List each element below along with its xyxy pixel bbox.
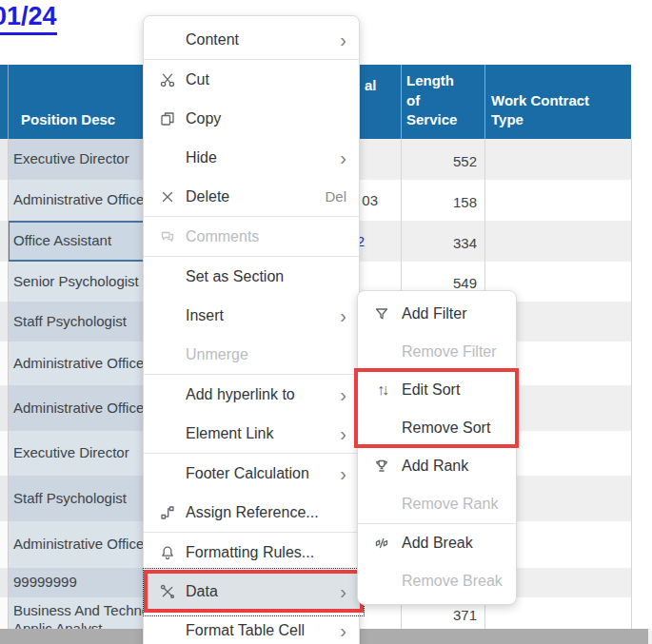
menu-item-hide[interactable]: Hide›: [144, 138, 359, 177]
chevron-right-icon: ›: [340, 424, 346, 443]
menu-item-label: Cut: [186, 71, 359, 88]
row-edge-cell[interactable]: [0, 385, 8, 431]
work-contract-type-cell[interactable]: [484, 221, 631, 262]
menu-item-cut[interactable]: Cut: [144, 60, 359, 99]
menu-item-insert[interactable]: Insert›: [144, 296, 359, 335]
menu-item-label: Unmerge: [186, 346, 359, 363]
menu-item-label: Element Link: [186, 425, 340, 442]
menu-item-add-rank[interactable]: Add Rank: [358, 447, 516, 485]
menu-item-label: Data: [186, 583, 340, 600]
column-header-label: Work Contract Type: [491, 91, 610, 130]
comments-icon: [155, 228, 180, 245]
chevron-right-icon: ›: [340, 148, 346, 167]
row-edge-cell[interactable]: [0, 302, 8, 342]
menu-item-content[interactable]: Content›: [144, 20, 359, 59]
column-header-label: Position Desc: [21, 110, 115, 129]
menu-item-formatting-rules[interactable]: Formatting Rules...: [144, 533, 359, 572]
menu-item-label: Add Break: [402, 535, 516, 552]
menu-item-label: Content: [186, 31, 340, 49]
date-link[interactable]: 01/24: [0, 2, 57, 35]
reference-icon: [155, 504, 180, 521]
row-edge-cell[interactable]: [0, 221, 8, 262]
break-icon: [367, 535, 396, 552]
row-edge-cell[interactable]: [0, 262, 8, 302]
menu-item-add-hyperlink-to[interactable]: Add hyperlink to›: [144, 375, 359, 414]
menu-item-label: Remove Rank: [402, 496, 516, 513]
work-contract-type-cell[interactable]: [484, 139, 631, 180]
row-edge-cell[interactable]: [0, 431, 8, 476]
menu-item-label: Add hyperlink to: [186, 386, 340, 403]
chevron-right-icon: ›: [340, 385, 346, 404]
row-edge-cell[interactable]: [0, 342, 8, 385]
header-divider: [484, 65, 485, 139]
menu-item-label: Formatting Rules...: [186, 544, 359, 561]
row-edge-cell[interactable]: [0, 521, 8, 568]
bell-icon: [155, 544, 180, 561]
menu-item-label: Delete: [186, 188, 325, 205]
menu-item-footer-calculation[interactable]: Footer Calculation›: [144, 454, 359, 493]
menu-item-remove-filter: Remove Filter: [358, 333, 516, 371]
data-submenu: Add FilterRemove Filter↑↓Edit SortRemove…: [357, 290, 517, 605]
header-divider: [401, 65, 402, 139]
menu-item-label: Remove Break: [402, 573, 516, 590]
trophy-icon: [367, 458, 396, 475]
scissors-icon: [155, 71, 180, 88]
copy-icon: [155, 110, 180, 127]
row-edge-cell[interactable]: [0, 476, 8, 521]
menu-item-label: Assign Reference...: [186, 504, 359, 521]
row-edge-cell[interactable]: [0, 139, 8, 180]
menu-item-label: Format Table Cell: [186, 622, 340, 639]
menu-item-format-table-cell[interactable]: Format Table Cell›: [144, 611, 359, 644]
filter-icon: [367, 305, 396, 322]
menu-item-remove-sort[interactable]: Remove Sort: [358, 409, 516, 447]
menu-item-label: Add Rank: [402, 458, 516, 475]
menu-item-comments: Comments: [144, 217, 359, 256]
menu-item-delete[interactable]: DeleteDel: [144, 177, 359, 216]
menu-item-label: Insert: [186, 307, 340, 324]
row-edge-cell[interactable]: [0, 180, 8, 221]
length-of-service-cell[interactable]: 552: [401, 139, 484, 180]
work-contract-type-cell[interactable]: [484, 180, 631, 221]
chevron-right-icon: ›: [340, 30, 346, 49]
menu-item-label: Edit Sort: [402, 381, 516, 399]
menu-item-assign-reference[interactable]: Assign Reference...: [144, 493, 359, 532]
sort-icon: ↑↓: [367, 381, 396, 399]
length-of-service-cell[interactable]: 158: [401, 180, 484, 221]
menu-item-label: Copy: [186, 110, 359, 127]
header-divider: [8, 65, 9, 139]
gridline: [631, 139, 632, 629]
menu-item-label: Remove Sort: [402, 420, 516, 437]
menu-item-remove-rank: Remove Rank: [358, 485, 516, 523]
header-cell-work-contract-type[interactable]: Work Contract Type: [484, 65, 631, 139]
menu-item-copy[interactable]: Copy: [144, 99, 359, 138]
tools-icon: [155, 583, 180, 600]
chevron-right-icon: ›: [340, 621, 346, 640]
menu-item-shortcut: Del: [325, 188, 346, 205]
menu-item-element-link[interactable]: Element Link›: [144, 414, 359, 453]
row-edge-cell[interactable]: [0, 597, 8, 629]
context-menu: Content›CutCopyHide›DeleteDelCommentsSet…: [143, 15, 360, 644]
menu-item-label: Comments: [186, 228, 359, 245]
chevron-right-icon: ›: [340, 306, 346, 325]
menu-item-data[interactable]: Data›: [144, 572, 359, 611]
chevron-right-icon: ›: [340, 464, 346, 483]
menu-item-label: Footer Calculation: [186, 465, 340, 482]
menu-item-label: Remove Filter: [402, 343, 516, 361]
menu-item-unmerge: Unmerge: [144, 335, 359, 374]
menu-item-add-filter[interactable]: Add Filter: [358, 295, 516, 333]
menu-item-remove-break: Remove Break: [358, 562, 516, 600]
column-header-label: Length of Service: [406, 71, 465, 129]
header-cell-length-of-service[interactable]: Length of Service: [401, 65, 484, 139]
chevron-right-icon: ›: [340, 582, 346, 601]
row-edge-cell[interactable]: [0, 568, 8, 597]
gridline: [8, 139, 9, 629]
column-header-fragment: al: [365, 76, 377, 95]
menu-item-set-as-section[interactable]: Set as Section: [144, 257, 359, 296]
menu-item-label: Add Filter: [402, 305, 516, 322]
menu-item-label: Hide: [186, 149, 340, 166]
menu-item-edit-sort[interactable]: ↑↓Edit Sort: [358, 371, 516, 409]
close-icon: [155, 188, 180, 205]
length-of-service-cell[interactable]: 334: [401, 221, 484, 262]
menu-item-add-break[interactable]: Add Break: [358, 524, 516, 562]
menu-item-label: Set as Section: [186, 268, 359, 285]
